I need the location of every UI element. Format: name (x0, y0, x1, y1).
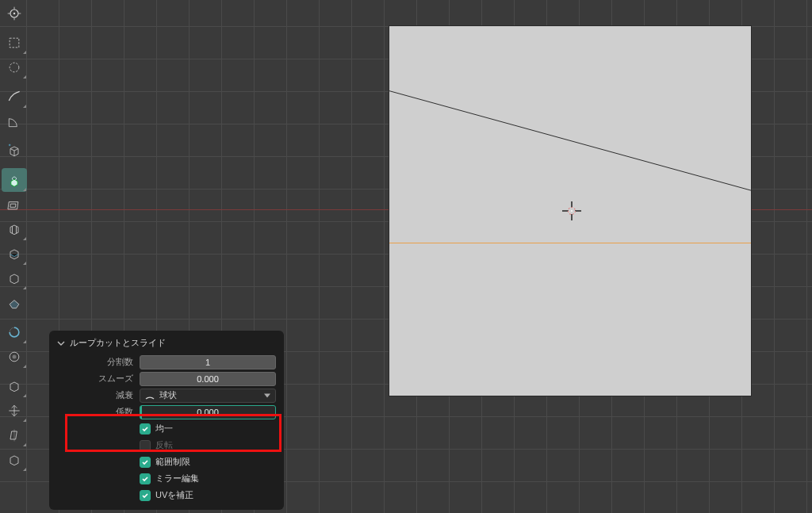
tool-rip[interactable] (2, 448, 27, 472)
svg-rect-16 (10, 204, 16, 207)
operator-panel-header[interactable]: ループカットとスライド (57, 335, 276, 354)
operator-panel-title: ループカットとスライド (70, 337, 166, 349)
dropdown-caret-icon (23, 394, 26, 397)
flipped-label: 反転 (155, 439, 173, 451)
dropdown-caret-icon (264, 393, 270, 397)
smooth-label: スムーズ (57, 373, 135, 385)
tool-bevel[interactable] (2, 217, 27, 241)
tool-measure[interactable] (2, 109, 27, 133)
svg-rect-13 (10, 38, 19, 48)
tool-select-circle[interactable] (2, 56, 27, 79)
tool-knife[interactable] (2, 266, 27, 290)
dropdown-caret-icon (23, 365, 26, 368)
dropdown-caret-icon (23, 443, 26, 446)
operator-panel: ループカットとスライド 分割数 1 スムーズ 0.000 減衰 球状 係数 0.… (49, 331, 284, 510)
svg-point-8 (13, 13, 16, 15)
dropdown-caret-icon (23, 51, 26, 54)
tool-cursor[interactable] (2, 2, 27, 25)
dropdown-caret-icon (23, 188, 26, 191)
tool-spin[interactable] (2, 320, 27, 344)
tool-annotate[interactable] (2, 85, 27, 109)
even-label: 均一 (155, 423, 173, 435)
check-icon (141, 458, 149, 466)
flipped-checkbox[interactable] (140, 440, 151, 451)
mesh-edge-diagonal (389, 26, 751, 396)
factor-label: 係数 (57, 406, 135, 418)
tool-poly-build[interactable] (2, 291, 27, 315)
svg-point-17 (10, 327, 19, 337)
tool-shrink-fatten[interactable] (2, 399, 27, 423)
cuts-value: 1 (205, 358, 210, 367)
dropdown-caret-icon (23, 105, 26, 108)
check-icon (141, 492, 149, 500)
dropdown-caret-icon (23, 75, 26, 78)
even-checkbox[interactable] (140, 423, 151, 435)
chevron-down-icon (57, 339, 65, 347)
factor-field[interactable]: 0.000 (140, 405, 276, 419)
tool-loop-cut[interactable] (2, 242, 27, 266)
tool-shear[interactable] (2, 423, 27, 447)
check-icon (141, 475, 149, 483)
tool-extrude[interactable] (2, 168, 27, 192)
smooth-value: 0.000 (197, 374, 219, 384)
falloff-label: 減衰 (57, 389, 135, 401)
dropdown-caret-icon (23, 262, 26, 265)
dropdown-caret-icon (23, 340, 26, 343)
tool-select-box[interactable] (2, 31, 27, 55)
mirror-checkbox[interactable] (140, 473, 151, 484)
check-icon (141, 425, 149, 433)
clamp-checkbox[interactable] (140, 457, 151, 468)
mirror-label: ミラー編集 (155, 473, 199, 484)
tool-inset[interactable] (2, 193, 27, 216)
tool-smooth[interactable] (2, 345, 27, 369)
cuts-field[interactable]: 1 (140, 355, 276, 369)
mesh-plane[interactable] (389, 25, 752, 396)
falloff-select[interactable]: 球状 (140, 389, 276, 403)
tool-edge-slide[interactable] (2, 374, 27, 398)
uv-checkbox[interactable] (140, 490, 151, 501)
dropdown-caret-icon (23, 419, 26, 422)
loop-cut-preview-edge (389, 243, 751, 243)
falloff-value: 球状 (159, 389, 177, 401)
svg-point-19 (13, 355, 17, 359)
svg-point-14 (10, 63, 19, 72)
smooth-field[interactable]: 0.000 (140, 372, 276, 386)
dropdown-caret-icon (23, 237, 26, 240)
tool-add-cube[interactable] (2, 139, 27, 163)
dropdown-caret-icon (23, 468, 26, 471)
factor-value: 0.000 (197, 408, 219, 417)
uv-label: UVを補正 (155, 489, 193, 501)
svg-line-0 (389, 91, 751, 190)
sphere-falloff-icon (145, 391, 155, 400)
tool-toolbar (2, 0, 29, 513)
svg-rect-15 (8, 202, 18, 209)
dropdown-caret-icon (23, 286, 26, 289)
clamp-label: 範囲制限 (155, 456, 190, 468)
cuts-label: 分割数 (57, 356, 135, 368)
